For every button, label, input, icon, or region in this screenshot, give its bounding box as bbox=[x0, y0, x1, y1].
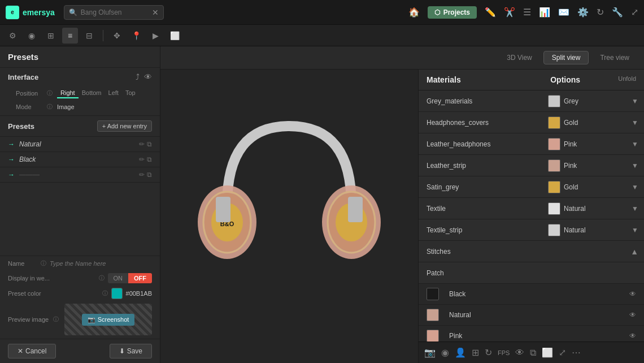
preset-edit-black[interactable]: ✏ bbox=[139, 155, 145, 163]
bt-eye-icon[interactable]: 👁 bbox=[515, 348, 524, 358]
settings-icon[interactable]: ⚙️ bbox=[577, 7, 589, 18]
list-icon[interactable]: ☰ bbox=[523, 7, 531, 18]
name-input[interactable] bbox=[50, 260, 152, 267]
toolbar-grid4-icon[interactable]: ⊟ bbox=[81, 28, 97, 44]
toggle-off-button[interactable]: OFF bbox=[128, 273, 152, 283]
mat-name-textile: Textile bbox=[419, 205, 542, 213]
tab-tree-view[interactable]: Tree view bbox=[592, 51, 637, 64]
toolbar-pin-icon[interactable]: 📍 bbox=[128, 28, 144, 44]
add-new-entry-button[interactable]: + Add new entry bbox=[97, 120, 152, 132]
position-tab-right[interactable]: Right bbox=[57, 88, 79, 98]
mat-chevron-covers[interactable]: ▼ bbox=[632, 119, 638, 127]
scissors-icon[interactable]: ✂️ bbox=[504, 7, 515, 18]
mat-chevron-textile[interactable]: ▼ bbox=[632, 205, 638, 213]
preset-settings: Name ⓘ Display in we... ⓘ ON OFF Preset … bbox=[0, 256, 160, 339]
mat-option-grey: Grey ▼ bbox=[542, 92, 644, 111]
name-row: Name ⓘ bbox=[0, 256, 160, 271]
bt-box-icon[interactable]: ⬜ bbox=[542, 347, 553, 358]
toolbar-frame-icon[interactable]: ⬜ bbox=[167, 28, 182, 44]
mat-chevron-satin[interactable]: ▼ bbox=[632, 183, 638, 191]
edit-icon[interactable]: ✏️ bbox=[485, 7, 496, 18]
mat-name-leather-strip: Leather_strip bbox=[419, 162, 542, 170]
mat-label-textile-strip: Natural bbox=[564, 226, 628, 234]
mat-chevron-textile-strip[interactable]: ▼ bbox=[632, 226, 638, 234]
toggle-on-button[interactable]: ON bbox=[108, 273, 129, 283]
share-icon[interactable]: ⤴ bbox=[136, 72, 140, 81]
refresh-icon[interactable]: ↻ bbox=[597, 7, 604, 18]
bt-layers-icon[interactable]: ⧉ bbox=[530, 348, 536, 358]
mat-label-leather-strip: Pink bbox=[564, 162, 628, 170]
materials-panel: Materials Options Unfold Grey_materials … bbox=[418, 70, 644, 363]
mat-option-covers: Gold ▼ bbox=[542, 113, 644, 132]
preset-edit-sep[interactable]: ✏ bbox=[139, 171, 145, 179]
toolbar-sphere-icon[interactable]: ◉ bbox=[24, 28, 40, 44]
cancel-icon: ✕ bbox=[18, 347, 23, 355]
toggle-group: ON OFF bbox=[108, 273, 153, 283]
search-clear-icon[interactable]: ✕ bbox=[152, 8, 159, 17]
chart-icon[interactable]: 📊 bbox=[539, 7, 550, 18]
color-swatch[interactable] bbox=[111, 288, 123, 299]
preset-copy-natural[interactable]: ⧉ bbox=[147, 140, 152, 148]
search-input[interactable] bbox=[81, 8, 149, 16]
expand-icon[interactable]: ⤢ bbox=[631, 7, 638, 18]
search-bar[interactable]: 🔍 ✕ bbox=[64, 5, 164, 20]
mat-name-grey: Grey_materials bbox=[419, 97, 542, 105]
preset-copy-sep[interactable]: ⧉ bbox=[147, 171, 152, 179]
patch-eye-natural[interactable]: 👁 bbox=[629, 311, 636, 319]
screenshot-button[interactable]: 📷 Screenshot bbox=[82, 314, 135, 326]
position-tab-top[interactable]: Top bbox=[122, 88, 139, 98]
mat-name-satin: Satin_grey bbox=[419, 183, 542, 191]
bt-grid-icon[interactable]: ⊞ bbox=[472, 347, 479, 358]
mat-chevron-grey[interactable]: ▼ bbox=[632, 97, 638, 105]
toolbar-settings-icon[interactable]: ⚙ bbox=[5, 28, 20, 44]
unfold-button[interactable]: Unfold bbox=[618, 75, 636, 84]
preview-row: Preview image ⓘ 📷 Screenshot bbox=[0, 301, 160, 339]
position-tab-left[interactable]: Left bbox=[105, 88, 122, 98]
bt-camera-icon[interactable]: 📷 bbox=[424, 347, 436, 358]
name-label: Name bbox=[8, 260, 36, 267]
mat-row-leather-hp: Leather_headphones Pink ▼ bbox=[419, 133, 644, 155]
bt-refresh-icon[interactable]: ↻ bbox=[485, 347, 492, 358]
mode-info-icon: ⓘ bbox=[47, 103, 53, 111]
mat-swatch-textile-strip bbox=[548, 224, 560, 236]
mat-chevron-leather-hp[interactable]: ▼ bbox=[632, 140, 638, 148]
toolbar-list-icon[interactable]: ≡ bbox=[62, 28, 78, 44]
toolbar-grid2-icon[interactable]: ⊞ bbox=[43, 28, 59, 44]
mat-chevron-leather-strip[interactable]: ▼ bbox=[632, 162, 638, 170]
preset-item-black: → Black ✏ ⧉ bbox=[0, 152, 160, 167]
patch-eye-pink[interactable]: 👁 bbox=[629, 332, 636, 340]
mat-chevron-stitches[interactable]: ▲ bbox=[630, 247, 638, 256]
home-icon[interactable]: 🏠 bbox=[408, 7, 420, 18]
position-row: Position ⓘ Right Bottom Left Top bbox=[0, 86, 160, 101]
bt-more-icon[interactable]: ⋯ bbox=[572, 347, 581, 358]
bt-move-icon[interactable]: ⤢ bbox=[559, 347, 566, 358]
tab-split-view[interactable]: Split view bbox=[543, 51, 589, 64]
position-tab-bottom[interactable]: Bottom bbox=[79, 88, 105, 98]
preset-copy-black[interactable]: ⧉ bbox=[147, 155, 152, 163]
mode-label: Mode bbox=[16, 103, 41, 110]
toolbar-move-icon[interactable]: ✥ bbox=[109, 28, 125, 44]
patch-option-black: Black 👁 bbox=[419, 284, 644, 305]
save-button[interactable]: ⬇ Save bbox=[110, 344, 152, 358]
mode-value: Image bbox=[57, 103, 75, 110]
patch-label-black: Black bbox=[443, 290, 629, 298]
preset-edit-natural[interactable]: ✏ bbox=[139, 140, 145, 148]
patch-label-pink: Pink bbox=[443, 332, 629, 340]
tools-icon[interactable]: 🔧 bbox=[612, 7, 623, 18]
bt-sphere-icon[interactable]: ◉ bbox=[441, 347, 449, 358]
mail-icon[interactable]: ✉️ bbox=[558, 7, 569, 18]
mat-swatch-textile bbox=[548, 202, 560, 215]
cancel-button[interactable]: ✕ Cancel bbox=[8, 344, 56, 358]
preset-actions-natural: ✏ ⧉ bbox=[139, 140, 152, 148]
mat-label-grey: Grey bbox=[564, 97, 628, 105]
mat-name-stitches: Stitches bbox=[419, 248, 542, 256]
toolbar-play-icon[interactable]: ▶ bbox=[147, 28, 163, 44]
second-toolbar: ⚙ ◉ ⊞ ≡ ⊟ ✥ 📍 ▶ ⬜ bbox=[0, 25, 644, 46]
projects-button[interactable]: ⬡ Projects bbox=[428, 6, 477, 19]
eye-icon[interactable]: 👁 bbox=[144, 72, 152, 81]
bt-person-icon[interactable]: 👤 bbox=[455, 347, 466, 358]
patch-eye-black[interactable]: 👁 bbox=[629, 290, 636, 298]
position-label: Position bbox=[16, 90, 41, 97]
tab-3d-view[interactable]: 3D View bbox=[499, 51, 539, 64]
mat-label-textile: Natural bbox=[564, 205, 628, 213]
